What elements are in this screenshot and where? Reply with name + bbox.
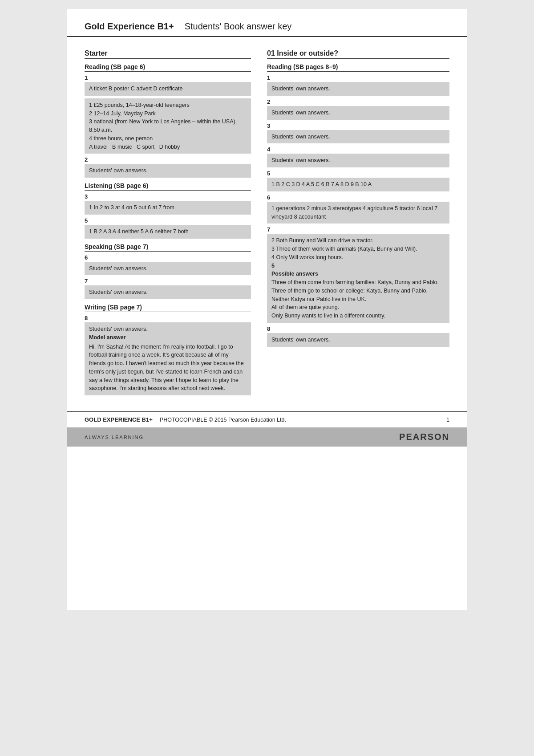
r-q2a-box: Students' own answers. (267, 106, 449, 120)
r-q7-line1: 2 Both Bunny and Will can drive a tracto… (271, 236, 445, 245)
r-q7-possible-1: Three of them come from farming families… (271, 278, 445, 287)
r-q7-possible-4: All of them are quite young. (271, 303, 445, 312)
r-q6: 6 (267, 194, 449, 201)
footer-copy: PHOTOCOPIABLE © 2015 Pearson Education L… (160, 417, 439, 423)
header-title-bold: Gold Experience B1+ (85, 21, 174, 32)
r-q8a-box: Students' own answers. (267, 333, 449, 347)
listening-q3: 3 (85, 193, 251, 200)
r-q6a-box: 1 generations 2 minus 3 stereotypes 4 ag… (267, 202, 449, 224)
r-q3a-box: Students' own answers. (267, 130, 449, 144)
bottom-bar: ALWAYS LEARNING PEARSON (67, 427, 467, 447)
reading-q1b-line4: 4 three hours, one person (89, 134, 247, 143)
r-q2: 2 (267, 98, 449, 105)
listening-sb6-title: Listening (SB page 6) (85, 182, 251, 191)
r-q7-possible-2: Three of them go to school or college: K… (271, 287, 445, 295)
page: Gold Experience B1+ Students' Book answe… (67, 9, 467, 610)
footer-page: 1 (446, 417, 449, 423)
reading-q1b-box: 1 £25 pounds, 14–18-year-old teenagers 2… (85, 98, 251, 154)
listening-q5: 5 (85, 217, 251, 224)
reading-sb6-title: Reading (SB page 6) (85, 63, 251, 72)
speaking-q6: 6 (85, 254, 251, 261)
r-q3: 3 (267, 122, 449, 129)
listening-q5a-box: 1 B 2 A 3 A 4 neither 5 A 6 neither 7 bo… (85, 225, 251, 239)
reading-q2: 2 (85, 156, 251, 163)
listening-sb6: Listening (SB page 6) 3 1 In 2 to 3 at 4… (85, 182, 251, 239)
r-q4a-box: Students' own answers. (267, 154, 449, 167)
section-starter: Starter (85, 49, 251, 59)
r-q4a-text: Students' own answers. (271, 157, 330, 163)
r-q5: 5 (267, 170, 449, 177)
right-column: 01 Inside or outside? Reading (SB pages … (259, 45, 467, 398)
left-column: Starter Reading (SB page 6) 1 A ticket B… (67, 45, 259, 398)
writing-q8a-box: Students' own answers. Model answer Hi, … (85, 322, 251, 395)
footer-brand: GOLD EXPERIENCE B1+ (85, 416, 153, 423)
writing-q8a-label: Model answer (89, 334, 126, 341)
speaking-q6a-box: Students' own answers. (85, 262, 251, 276)
reading-sb89: Reading (SB pages 8–9) 1 Students' own a… (267, 63, 449, 347)
r-q8a-text: Students' own answers. (271, 337, 330, 343)
reading-q1b-line5: A travel B music C sport D hobby (89, 143, 247, 151)
main-content: Starter Reading (SB page 6) 1 A ticket B… (67, 45, 467, 398)
reading-q1a-text: A ticket B poster C advert D certificate (89, 85, 183, 92)
reading-sb6: Reading (SB page 6) 1 A ticket B poster … (85, 63, 251, 178)
reading-q1b-line3: 3 national (from New York to Los Angeles… (89, 118, 247, 134)
reading-q2a-box: Students' own answers. (85, 164, 251, 178)
speaking-sb7-title: Speaking (SB page 7) (85, 243, 251, 252)
r-q8: 8 (267, 325, 449, 332)
page-header: Gold Experience B1+ Students' Book answe… (67, 9, 467, 37)
speaking-q7a-text: Students' own answers. (89, 289, 148, 295)
listening-q3a-text: 1 In 2 to 3 at 4 on 5 out 6 at 7 from (89, 204, 174, 211)
r-q7-possible-3: Neither Katya nor Pablo live in the UK. (271, 295, 445, 304)
speaking-q6a-text: Students' own answers. (89, 265, 148, 272)
listening-q3a-box: 1 In 2 to 3 at 4 on 5 out 6 at 7 from (85, 201, 251, 215)
writing-sb7: Writing (SB page 7) 8 Students' own answ… (85, 304, 251, 395)
writing-q8a-line1: Students' own answers. (89, 325, 247, 333)
r-q7-line2: 3 Three of them work with animals (Katya… (271, 245, 445, 253)
reading-sb89-title: Reading (SB pages 8–9) (267, 63, 449, 72)
writing-q8: 8 (85, 315, 251, 321)
page-footer: GOLD EXPERIENCE B1+ PHOTOCOPIABLE © 2015… (67, 411, 467, 427)
reading-q2a-text: Students' own answers. (89, 167, 148, 174)
r-q3a-text: Students' own answers. (271, 134, 330, 140)
writing-q8a-text: Hi, I'm Sasha! At the moment I'm really … (89, 343, 247, 393)
speaking-q7: 7 (85, 278, 251, 285)
r-q1a-text: Students' own answers. (271, 85, 330, 92)
section-01: 01 Inside or outside? (267, 49, 449, 59)
header-title-normal: Students' Book answer key (185, 21, 292, 32)
r-q7-line3: 4 Only Will works long hours. (271, 253, 445, 262)
r-q5a-box: 1 B 2 C 3 D 4 A 5 C 6 B 7 A 8 D 9 B 10 A (267, 178, 449, 191)
r-q7-box: 2 Both Bunny and Will can drive a tracto… (267, 234, 449, 323)
reading-q1: 1 (85, 74, 251, 81)
speaking-sb7: Speaking (SB page 7) 6 Students' own ans… (85, 243, 251, 300)
r-q4: 4 (267, 146, 449, 153)
r-q7-possible-5: Only Bunny wants to live in a different … (271, 312, 445, 320)
bottom-bar-right: PEARSON (399, 432, 449, 442)
writing-sb7-title: Writing (SB page 7) (85, 304, 251, 312)
r-q1a-box: Students' own answers. (267, 82, 449, 96)
reading-q1b-line1: 1 £25 pounds, 14–18-year-old teenagers (89, 101, 247, 110)
r-q6a-text: 1 generations 2 minus 3 stereotypes 4 ag… (271, 205, 437, 220)
reading-q1a-box: A ticket B poster C advert D certificate (85, 82, 251, 96)
r-q5a-text: 1 B 2 C 3 D 4 A 5 C 6 B 7 A 8 D 9 B 10 A (271, 181, 372, 187)
listening-q5a-text: 1 B 2 A 3 A 4 neither 5 A 6 neither 7 bo… (89, 228, 189, 235)
r-q1: 1 (267, 74, 449, 81)
r-q7: 7 (267, 226, 449, 233)
r-q2a-text: Students' own answers. (271, 110, 330, 116)
r-q7-possible-label: Possible answers (271, 270, 445, 278)
r-q7-line4: 5 (271, 262, 445, 270)
bottom-bar-left: ALWAYS LEARNING (85, 435, 144, 440)
reading-q1b-line2: 2 12–14 July, Mayday Park (89, 110, 247, 118)
speaking-q7a-box: Students' own answers. (85, 285, 251, 299)
